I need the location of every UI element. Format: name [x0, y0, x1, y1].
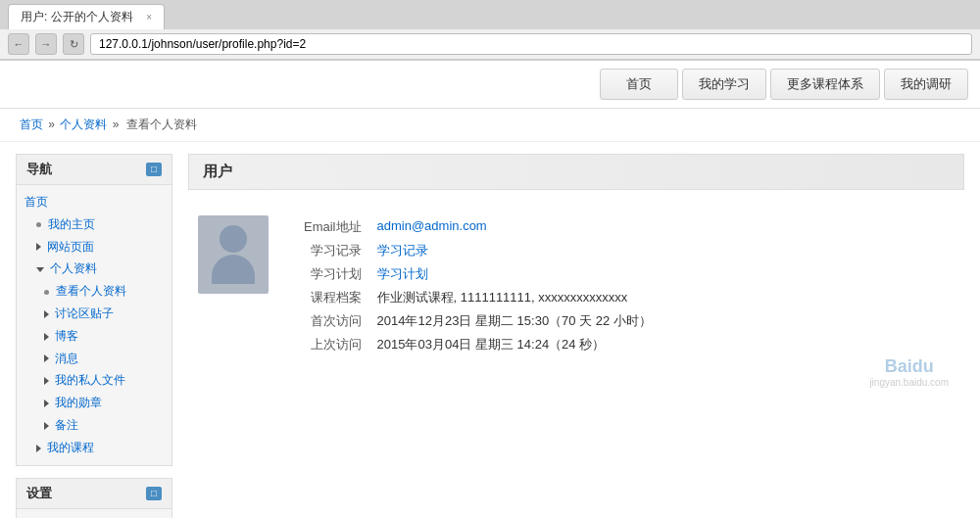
list-item: 网站页面 [24, 236, 164, 259]
sidebar: 导航 □ 首页 我的主页 网站页面 [16, 154, 172, 518]
arrow-right-icon [44, 333, 49, 341]
nav-forum-posts-link[interactable]: 讨论区贴子 [55, 306, 114, 320]
email-value: admin@admin.com [369, 215, 660, 239]
sidebar-nav-header: 导航 □ [17, 155, 172, 185]
list-item: 讨论区贴子 [24, 303, 164, 325]
nav-home-link[interactable]: 首页 [24, 195, 48, 209]
profile-info: Email地址 admin@admin.com 学习记录 学习记录 [296, 215, 964, 356]
avatar-person [212, 225, 255, 284]
watermark-area: Baidu jingyan.baidu.com [188, 356, 964, 396]
sidebar-settings-title: 设置 [26, 485, 52, 502]
section-title: 用户 [188, 154, 964, 190]
address-bar: ← → ↻ [0, 29, 980, 60]
course-file-value: 作业测试课程, 1111111111, xxxxxxxxxxxxxx [369, 286, 660, 309]
arrow-down-icon [36, 267, 44, 272]
arrow-right-icon [44, 377, 49, 385]
list-item: 消息 [24, 348, 164, 370]
main-content: 用户 Email地址 [188, 154, 964, 518]
forward-button[interactable]: → [35, 33, 57, 55]
content-area: 导航 □ 首页 我的主页 网站页面 [0, 142, 980, 518]
list-item: 我的主页 [24, 213, 164, 236]
arrow-right-icon [36, 243, 41, 251]
nav-more-courses-button[interactable]: 更多课程体系 [770, 69, 880, 100]
last-visit-label: 上次访问 [296, 333, 369, 356]
nav-my-learning-button[interactable]: 我的学习 [682, 69, 766, 100]
breadcrumb-current: 查看个人资料 [126, 118, 197, 131]
avatar-body [212, 255, 255, 284]
tab-close-icon[interactable]: × [146, 12, 152, 23]
arrow-right-icon [44, 310, 49, 318]
baidu-logo: Baidu [869, 356, 949, 377]
table-row: 上次访问 2015年03月04日 星期三 14:24（24 秒） [296, 333, 660, 356]
list-item: 我的私人文件 [24, 369, 164, 392]
arrow-right-icon [44, 422, 49, 430]
browser-chrome: 用户: 公开的个人资料 × ← → ↻ [0, 0, 980, 61]
arrow-right-icon [44, 400, 49, 407]
learning-plan-label: 学习计划 [296, 262, 369, 286]
sidebar-nav-toggle[interactable]: □ [146, 163, 162, 176]
email-label: Email地址 [296, 215, 369, 239]
first-visit-value: 2014年12月23日 星期二 15:30（70 天 22 小时） [369, 309, 660, 333]
learning-plan-value: 学习计划 [369, 262, 660, 286]
table-row: 课程档案 作业测试课程, 1111111111, xxxxxxxxxxxxxx [296, 286, 660, 309]
breadcrumb-home[interactable]: 首页 [20, 118, 43, 131]
arrow-right-icon [36, 445, 41, 452]
learning-record-label: 学习记录 [296, 239, 369, 262]
bullet-icon [36, 222, 41, 227]
avatar-container [198, 215, 276, 356]
sidebar-settings-content: 个人资料设置 编辑个人资料 更改密码 职位 [17, 509, 172, 518]
first-visit-label: 首次访问 [296, 309, 369, 333]
sidebar-settings-section: 设置 □ 个人资料设置 编辑个人资料 [16, 478, 172, 518]
list-item: 备注 [24, 414, 164, 437]
breadcrumb-sep1: » [48, 118, 58, 131]
arrow-right-icon [44, 354, 49, 362]
breadcrumb-sep2: » [113, 118, 122, 131]
nav-blog-link[interactable]: 博客 [55, 329, 78, 343]
baidu-sub: jingyan.baidu.com [869, 377, 949, 388]
avatar [198, 215, 269, 294]
table-row: Email地址 admin@admin.com [296, 215, 660, 239]
avatar-head [220, 225, 247, 253]
list-item: 个人资料 [24, 258, 164, 280]
table-row: 学习计划 学习计划 [296, 262, 660, 286]
info-table: Email地址 admin@admin.com 学习记录 学习记录 [296, 215, 660, 356]
nav-my-courses-link[interactable]: 我的课程 [47, 441, 94, 454]
list-item: 我的勋章 [24, 392, 164, 414]
nav-my-homepage-link[interactable]: 我的主页 [48, 217, 95, 231]
nav-messages-link[interactable]: 消息 [55, 352, 78, 365]
course-file-label: 课程档案 [296, 286, 369, 309]
address-input[interactable] [90, 33, 972, 55]
back-button[interactable]: ← [8, 33, 29, 55]
breadcrumb: 首页 » 个人资料 » 查看个人资料 [0, 109, 980, 142]
list-item: 我的课程 [24, 437, 164, 459]
page-wrapper: 首页 我的学习 更多课程体系 我的调研 首页 » 个人资料 » 查看个人资料 导… [0, 61, 980, 518]
email-link[interactable]: admin@admin.com [377, 218, 487, 233]
table-row: 学习记录 学习记录 [296, 239, 660, 262]
refresh-button[interactable]: ↻ [63, 33, 84, 55]
learning-record-link[interactable]: 学习记录 [377, 243, 428, 258]
last-visit-value: 2015年03月04日 星期三 14:24（24 秒） [369, 333, 660, 356]
learning-record-value: 学习记录 [369, 239, 660, 262]
tab-bar: 用户: 公开的个人资料 × [0, 0, 980, 29]
nav-site-pages-link[interactable]: 网站页面 [47, 240, 94, 254]
baidu-watermark: Baidu jingyan.baidu.com [869, 356, 949, 388]
nav-my-research-button[interactable]: 我的调研 [884, 69, 968, 100]
list-item: 查看个人资料 [24, 280, 164, 303]
sidebar-nav-title: 导航 [26, 161, 52, 178]
sidebar-settings-header: 设置 □ [17, 479, 172, 509]
nav-private-files-link[interactable]: 我的私人文件 [55, 373, 125, 387]
list-item: 首页 [24, 191, 164, 213]
nav-personal-profile-link[interactable]: 个人资料 [50, 261, 97, 275]
tab-title: 用户: 公开的个人资料 [21, 9, 133, 25]
bullet-icon [44, 290, 49, 295]
browser-tab[interactable]: 用户: 公开的个人资料 × [8, 4, 165, 29]
nav-badges-link[interactable]: 我的勋章 [55, 396, 102, 409]
nav-home-button[interactable]: 首页 [600, 69, 678, 100]
learning-plan-link[interactable]: 学习计划 [377, 266, 428, 281]
top-nav: 首页 我的学习 更多课程体系 我的调研 [0, 61, 980, 109]
breadcrumb-profile[interactable]: 个人资料 [60, 118, 107, 131]
list-item: 博客 [24, 325, 164, 348]
nav-view-profile-link[interactable]: 查看个人资料 [56, 284, 126, 298]
sidebar-settings-toggle[interactable]: □ [146, 487, 162, 500]
nav-notes-link[interactable]: 备注 [55, 418, 78, 432]
